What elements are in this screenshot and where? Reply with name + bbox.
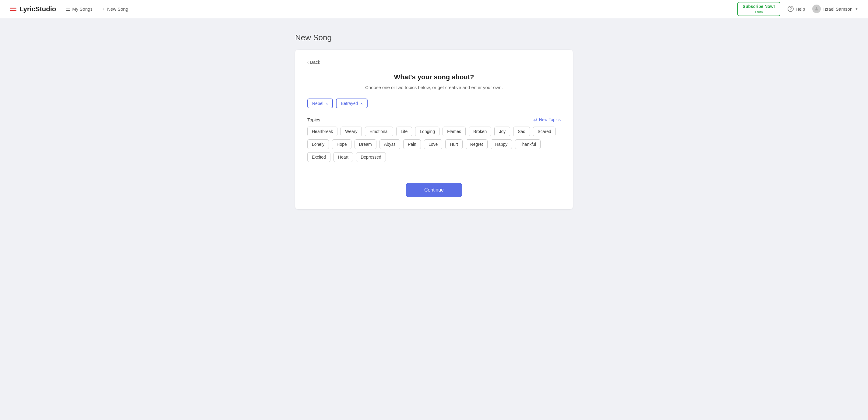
help-icon: ? (787, 6, 794, 12)
card: ‹ Back What's your song about? Choose on… (295, 50, 573, 209)
nav-right: Subscribe Now! From ? Help Izrael Samson… (737, 2, 858, 16)
chevron-down-icon: ▼ (855, 7, 858, 11)
topic-tag-abyss[interactable]: Abyss (379, 139, 400, 149)
topic-tag-hope[interactable]: Hope (332, 139, 351, 149)
continue-wrap: Continue (307, 183, 561, 197)
topic-tag-lonely[interactable]: Lonely (307, 139, 329, 149)
selected-tags: Rebel × Betrayed × (307, 99, 561, 108)
topic-tag-scared[interactable]: Scared (533, 127, 556, 136)
topics-header: Topics ⇄ New Topics (307, 117, 561, 122)
topic-tag-hurt[interactable]: Hurt (445, 139, 462, 149)
topic-tag-life[interactable]: Life (396, 127, 412, 136)
shuffle-icon: ⇄ (533, 117, 537, 122)
plus-icon: + (102, 6, 105, 12)
divider (307, 173, 561, 173)
user-menu[interactable]: Izrael Samson ▼ (812, 5, 858, 13)
selected-tag-rebel[interactable]: Rebel × (307, 99, 333, 108)
topic-tag-weary[interactable]: Weary (341, 127, 362, 136)
nav-new-song[interactable]: + New Song (102, 6, 128, 12)
topic-tag-love[interactable]: Love (424, 139, 442, 149)
logo[interactable]: LyricStudio (10, 5, 56, 13)
new-topics-button[interactable]: ⇄ New Topics (533, 117, 561, 122)
avatar (812, 5, 821, 13)
nav-my-songs[interactable]: ☰ My Songs (66, 6, 93, 12)
topic-tag-thankful[interactable]: Thankful (515, 139, 540, 149)
remove-betrayed-icon[interactable]: × (360, 101, 363, 106)
back-button[interactable]: ‹ Back (307, 59, 320, 65)
list-icon: ☰ (66, 6, 70, 12)
subscribe-button[interactable]: Subscribe Now! From (737, 2, 781, 16)
chevron-left-icon: ‹ (307, 59, 309, 65)
topic-tag-excited[interactable]: Excited (307, 152, 331, 162)
help-link[interactable]: ? Help (787, 6, 805, 12)
topic-tag-flames[interactable]: Flames (442, 127, 466, 136)
topic-tag-depressed[interactable]: Depressed (356, 152, 386, 162)
continue-button[interactable]: Continue (406, 183, 462, 197)
topic-tag-pain[interactable]: Pain (403, 139, 421, 149)
topic-tag-joy[interactable]: Joy (494, 127, 510, 136)
topic-tag-dream[interactable]: Dream (354, 139, 376, 149)
logo-text: LyricStudio (20, 5, 56, 13)
topic-tag-heartbreak[interactable]: Heartbreak (307, 127, 337, 136)
topic-tag-happy[interactable]: Happy (491, 139, 512, 149)
main-content: New Song ‹ Back What's your song about? … (288, 18, 580, 224)
selected-tag-betrayed[interactable]: Betrayed × (336, 99, 368, 108)
logo-icon (10, 8, 17, 11)
topic-tag-regret[interactable]: Regret (466, 139, 488, 149)
navbar: LyricStudio ☰ My Songs + New Song Subscr… (0, 0, 868, 18)
page-title: New Song (295, 33, 573, 43)
remove-rebel-icon[interactable]: × (326, 101, 328, 106)
card-heading: What's your song about? (307, 73, 561, 81)
topic-tags: HeartbreakWearyEmotionalLifeLongingFlame… (307, 127, 561, 162)
topics-label: Topics (307, 117, 320, 122)
topic-tag-longing[interactable]: Longing (415, 127, 439, 136)
svg-point-0 (816, 7, 817, 9)
topic-tag-broken[interactable]: Broken (469, 127, 491, 136)
card-subtext: Choose one or two topics below, or get c… (307, 85, 561, 90)
topic-tag-emotional[interactable]: Emotional (365, 127, 393, 136)
topic-tag-heart[interactable]: Heart (334, 152, 353, 162)
topic-tag-sad[interactable]: Sad (513, 127, 530, 136)
